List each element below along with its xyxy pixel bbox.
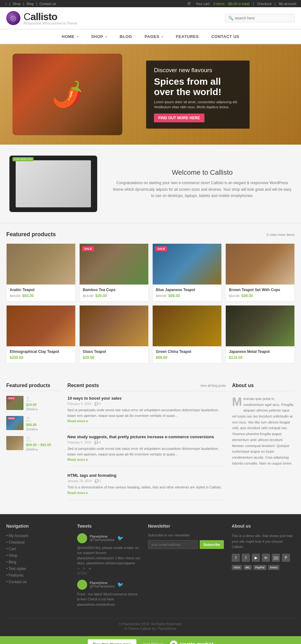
logo[interactable]: Callisto Responsive Woocommerce Theme: [6, 11, 77, 25]
nav-item-home[interactable]: HOME ▾: [55, 29, 85, 44]
footer-nav-link-4[interactable]: Blog: [6, 560, 16, 564]
nav-item-pages[interactable]: PAGES ▾: [138, 29, 170, 44]
envato-mark-icon: ⚙: [170, 641, 177, 644]
footer-nav-item-5[interactable]: Text styles: [6, 566, 69, 571]
welcome-title: Welcome to Callisto: [113, 168, 292, 177]
hero-cta-button[interactable]: Find out more here: [154, 114, 204, 122]
search-input[interactable]: [235, 16, 291, 20]
product-card-3[interactable]: Brown Teapot Set With Cups $13.00 $39.00: [225, 243, 295, 301]
footer-about-title: About us: [232, 524, 295, 529]
footer-tweets-title: Tweets: [77, 524, 140, 529]
footer-nav-item-0[interactable]: My Account: [6, 533, 69, 538]
topbar-blog-link[interactable]: Blog: [27, 2, 34, 6]
footer-nav-link-7[interactable]: Contact us: [6, 580, 27, 584]
device-mockup: FOR DESKTOP: [9, 156, 97, 212]
topbar-shop-link[interactable]: Shop: [13, 2, 21, 6]
product-price-7: $119.00: [229, 355, 291, 360]
footer-nav-link-5[interactable]: Text styles: [6, 567, 26, 571]
post-read-more-2[interactable]: Read more ▸: [67, 491, 88, 495]
post-comments-0: 💬 0: [94, 402, 101, 406]
twitter-social-icon[interactable]: t: [242, 554, 250, 562]
footer-nav-item-2[interactable]: Cart: [6, 546, 69, 551]
nav-link-blog[interactable]: BLOG: [114, 29, 139, 44]
facebook-icon[interactable]: f: [232, 554, 240, 562]
mini-product-details-link-1[interactable]: Details ▸: [26, 428, 38, 431]
search-box[interactable]: 🔍: [225, 14, 295, 22]
rss-icon[interactable]: )))): [272, 554, 280, 562]
footer-nav-link-0[interactable]: My Account: [6, 534, 28, 538]
post-read-more-0[interactable]: Read more ▸: [67, 419, 88, 423]
newsletter-subscribe-button[interactable]: Subscribe: [200, 540, 224, 549]
logo-text-area: Callisto Responsive Woocommerce Theme: [24, 11, 77, 25]
post-title-2: HTML tags and formating: [67, 473, 226, 478]
footer-nav-link-1[interactable]: Checkout: [6, 540, 24, 545]
post-item-0: 10 ways to boost your sales February 5, …: [67, 396, 226, 428]
product-image-7: [226, 306, 294, 346]
linkedin-icon[interactable]: in: [262, 554, 270, 562]
footer-nav-item-3[interactable]: Shop: [6, 553, 69, 558]
post-read-more-1[interactable]: Read more ▸: [67, 458, 88, 461]
about-drop-cap: M: [232, 396, 242, 408]
product-price-2: $89.00 $99.00: [156, 294, 218, 298]
mini-product-details-link-2[interactable]: Details ▸: [26, 448, 38, 451]
nav-item-shop[interactable]: SHOP ▾: [85, 29, 113, 44]
product-card-4[interactable]: Ethnographical Clay Teapot $250.00: [6, 305, 76, 363]
product-name-0: Arabic Teapot: [10, 288, 72, 292]
product-card-7[interactable]: Japanese Metal Teapot $119.00: [225, 305, 295, 363]
cart-icon: 🛒: [187, 2, 192, 6]
tweet-reply-0[interactable]: ↩: [77, 567, 80, 570]
nav-item-features[interactable]: FEATURES: [170, 29, 205, 44]
footer-nav-item-7[interactable]: Contact us: [6, 579, 69, 584]
footer-newsletter-title: Newsletter: [148, 524, 224, 529]
sep3: |: [36, 2, 37, 6]
my-account-link[interactable]: My account: [279, 2, 296, 6]
product-info-0: Arabic Teapot $69.00 $93.00: [7, 285, 75, 301]
topbar-right: 🛒 Your cart: 0 items ($0.00 in total) | …: [187, 2, 296, 6]
mini-product-num-1: 2.: [26, 416, 61, 423]
footer-nav-item-4[interactable]: Blog: [6, 560, 69, 564]
tweet-text-1: Frost - our latest WooCommerce theme is …: [77, 592, 140, 607]
tweet-favorite-0[interactable]: ★: [88, 567, 91, 570]
product-card-6[interactable]: Green China Teapot $69.00: [152, 305, 222, 363]
product-info-4: Ethnographical Clay Teapot $250.00: [7, 346, 75, 363]
nav-link-contact[interactable]: CONTACT US: [205, 29, 246, 44]
col-about: About us Mecenas quis porta in, condimen…: [232, 383, 295, 506]
youtube-icon[interactable]: ▶: [252, 554, 260, 562]
topbar-contact-link[interactable]: Contact us: [40, 2, 56, 6]
nav-link-home[interactable]: HOME ▾: [55, 29, 85, 44]
product-card-5[interactable]: Glass Teapot $29.00: [79, 305, 149, 363]
footer-nav-link-6[interactable]: Features: [6, 573, 24, 577]
tweet-retweet-0[interactable]: ⟳: [83, 567, 85, 570]
envato-market-text: envato market: [179, 641, 214, 644]
product-name-5: Glass Teapot: [83, 349, 145, 354]
nav-link-shop[interactable]: SHOP ▾: [85, 29, 113, 44]
product-card-2[interactable]: SALE Blue Japanese Teapot $89.00 $99.00: [152, 243, 222, 301]
mastercard-icon: MC: [244, 565, 252, 570]
product-image-2: SALE: [153, 244, 221, 285]
buy-theme-button[interactable]: Buy this theme now: [88, 639, 136, 644]
footer-nav-link-2[interactable]: Cart: [6, 547, 16, 551]
home-icon[interactable]: ⌂: [5, 2, 7, 6]
nav-link-features[interactable]: FEATURES: [170, 29, 205, 44]
newsletter-input[interactable]: [148, 540, 198, 549]
footer-nav-item-6[interactable]: Features: [6, 573, 69, 577]
post-excerpt-1: Sed ut perspiciatis unde omnis iste natu…: [67, 446, 226, 457]
pinterest-icon[interactable]: P: [282, 554, 290, 562]
nav-item-contact[interactable]: CONTACT US: [205, 29, 246, 44]
product-card-0[interactable]: Arabic Teapot $69.00 $93.00: [6, 243, 76, 301]
mini-product-price-1: $89.00: [26, 423, 61, 427]
nav-item-blog[interactable]: BLOG: [114, 29, 139, 44]
view-all-posts-link[interactable]: view all blog posts: [200, 384, 226, 387]
featured-header: Featured products view more items: [6, 231, 295, 238]
view-more-link[interactable]: view more items: [266, 233, 295, 237]
nav-link-pages[interactable]: PAGES ▾: [138, 29, 170, 44]
product-card-1[interactable]: SALE Bamboo Tea Cups $13.00 $29.00: [79, 243, 149, 301]
product-name-2: Blue Japanese Teapot: [156, 288, 218, 292]
mini-product-details-link-0[interactable]: Details ▸: [26, 407, 38, 411]
checkout-link[interactable]: Checkout: [257, 2, 271, 6]
footer-nav-link-3[interactable]: Shop: [6, 553, 18, 558]
footer-nav-item-1[interactable]: Checkout: [6, 540, 69, 545]
visa-icon: VISA: [232, 565, 242, 570]
product-info-5: Glass Teapot $29.00: [80, 346, 148, 363]
cart-text: Your cart:: [196, 2, 210, 6]
